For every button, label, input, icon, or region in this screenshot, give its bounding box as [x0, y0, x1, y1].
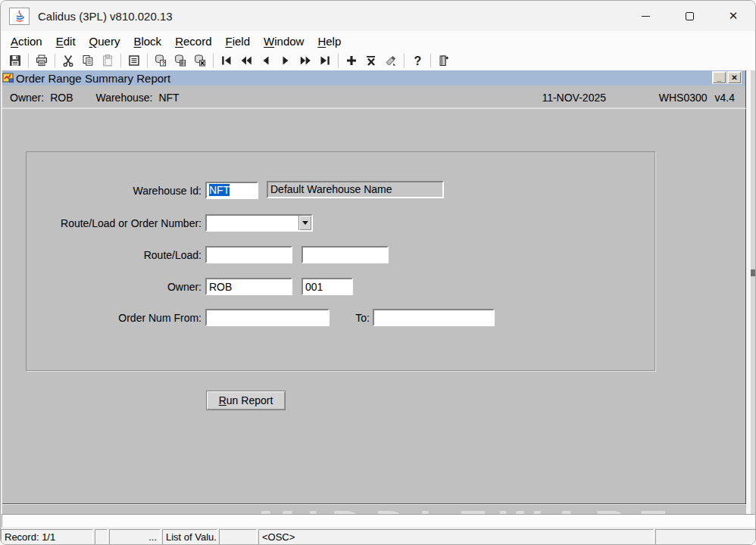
toolbar-separator [28, 54, 29, 67]
scrollbar-thumb[interactable] [751, 269, 755, 276]
insert-record-button[interactable] [342, 52, 361, 69]
order-num-from-label: Order Num From: [16, 312, 201, 324]
mdi-close-button[interactable]: ✕ [728, 72, 741, 83]
scrollbar-track[interactable] [751, 70, 755, 514]
first-record-button[interactable] [217, 52, 236, 69]
application-window: Calidus (3PL) v810.020.13 ✕ ActionEditQu… [0, 0, 756, 545]
execute-query-button[interactable] [170, 52, 190, 69]
warehouse-value: NFT [158, 92, 179, 104]
next-record-button[interactable] [276, 52, 295, 69]
menu-record[interactable]: Record [168, 33, 218, 49]
menu-bar: ActionEditQueryBlockRecordFieldWindowHel… [1, 31, 755, 51]
menu-edit[interactable]: Edit [49, 33, 83, 49]
menu-block[interactable]: Block [127, 33, 168, 49]
route-or-order-label: Route/Load or Order Number: [16, 217, 201, 229]
lock-record-icon [384, 54, 398, 67]
toolbar-separator [120, 54, 121, 67]
mdi-title-bar[interactable]: Order Range Summary Report _ ✕ [2, 70, 746, 86]
mdi-window-title: Order Range Summary Report [16, 72, 170, 85]
java-icon [9, 8, 30, 25]
edit-button[interactable] [124, 52, 144, 69]
paste-button[interactable] [98, 52, 117, 69]
maximize-button[interactable] [667, 1, 711, 31]
mdi-close-icon: ✕ [731, 74, 737, 82]
order-num-to-label: To: [298, 312, 370, 324]
java-coffee-cup-icon [13, 9, 27, 23]
route-load-label: Route/Load: [16, 249, 201, 261]
owner-code-field[interactable] [205, 278, 292, 295]
maximize-icon [686, 12, 694, 20]
previous-block-button[interactable] [236, 52, 256, 69]
report-date: 11-NOV-2025 [542, 92, 606, 104]
vertical-scrollbar[interactable] [746, 70, 756, 514]
menu-field[interactable]: Field [219, 33, 258, 49]
copy-button[interactable] [78, 52, 98, 69]
owner-value: ROB [50, 92, 73, 104]
enter-query-button[interactable]: ? [151, 52, 170, 69]
mdi-minimize-button[interactable]: _ [713, 72, 726, 83]
status-cell: ... [109, 529, 161, 545]
next-record-icon [279, 54, 292, 67]
lock-record-button[interactable] [381, 52, 401, 69]
copy-icon [81, 54, 95, 67]
close-icon: ✕ [729, 9, 739, 23]
form-owner-label: Owner: [16, 281, 201, 293]
remove-record-button[interactable] [361, 52, 381, 69]
status-cell [219, 529, 257, 545]
cancel-query-icon [193, 54, 207, 67]
mdi-minimize-icon: _ [717, 74, 722, 82]
warehouse-name-field: Default Warehouse Name [267, 181, 444, 198]
last-record-button[interactable] [315, 52, 335, 69]
route-or-order-combobox[interactable] [205, 214, 313, 232]
next-block-button[interactable] [295, 52, 315, 69]
next-block-icon [298, 54, 312, 67]
close-button[interactable]: ✕ [711, 1, 755, 31]
owner-label: Owner: [10, 92, 44, 104]
save-button[interactable] [5, 52, 25, 69]
previous-record-icon [259, 54, 273, 67]
insert-record-icon [345, 54, 358, 67]
watermark-strip: MIDDLEWARE [2, 505, 746, 514]
status-bar: Record: 1/1 ... List of Valu... <OSC> [1, 528, 756, 545]
osc-indicator: <OSC> [258, 529, 654, 545]
print-button[interactable] [32, 52, 52, 69]
toolbar-separator [338, 54, 339, 67]
exit-icon [437, 54, 451, 67]
program-id: WHS0300 [659, 92, 708, 104]
route-load-field-2[interactable] [301, 246, 389, 263]
minimize-button[interactable] [623, 1, 667, 31]
form-window-icon [2, 72, 14, 84]
first-record-icon [220, 54, 233, 67]
cut-icon [61, 54, 75, 67]
previous-record-button[interactable] [256, 52, 276, 69]
edit-icon [127, 54, 141, 67]
help-button[interactable]: ? [408, 52, 427, 69]
route-or-order-dropdown-button[interactable] [298, 216, 311, 230]
warehouse-label: Warehouse: [95, 92, 152, 104]
enter-query-icon: ? [154, 54, 167, 67]
owner-suffix-field[interactable] [301, 278, 353, 295]
run-report-button[interactable]: Run Report [206, 391, 286, 410]
remove-record-icon [364, 54, 378, 67]
window-title: Calidus (3PL) v810.020.13 [38, 10, 173, 23]
warehouse-id-field[interactable]: NFT [205, 182, 258, 199]
last-record-icon [318, 54, 332, 67]
warehouse-id-selected-text: NFT [209, 184, 230, 196]
form-canvas: Warehouse Id: NFT Default Warehouse Name… [2, 109, 746, 504]
info-bar: Owner: ROB Warehouse: NFT 11-NOV-2025 WH… [2, 86, 746, 109]
order-num-to-field[interactable] [373, 309, 495, 326]
status-cell [655, 529, 756, 545]
toolbar-separator [147, 54, 148, 67]
cut-button[interactable] [58, 52, 78, 69]
cancel-query-button[interactable] [190, 52, 210, 69]
menu-action[interactable]: Action [4, 33, 49, 49]
paste-icon [101, 54, 114, 67]
menu-help[interactable]: Help [311, 33, 348, 49]
menu-query[interactable]: Query [83, 33, 127, 49]
exit-button[interactable] [434, 52, 454, 69]
save-icon [8, 54, 22, 67]
svg-text:?: ? [161, 60, 165, 67]
route-load-field-1[interactable] [205, 246, 292, 263]
menu-window[interactable]: Window [257, 33, 311, 49]
chevron-down-icon [302, 221, 308, 225]
